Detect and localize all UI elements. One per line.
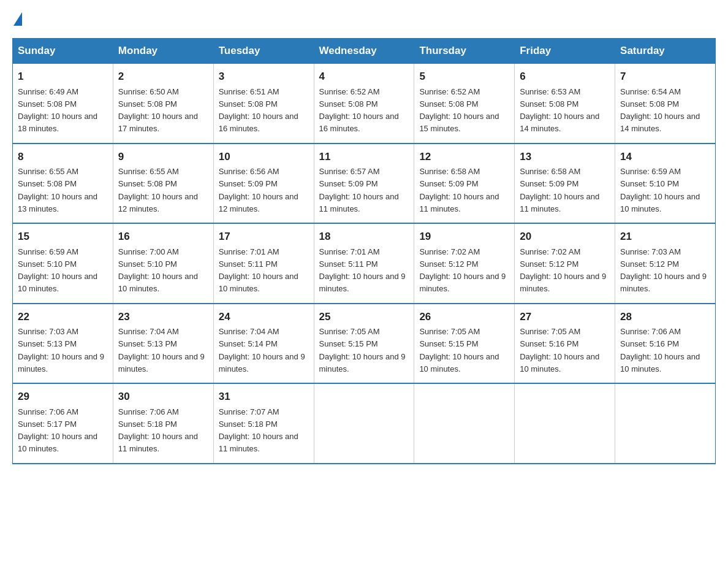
day-cell: 19Sunrise: 7:02 AMSunset: 5:12 PMDayligh… — [414, 223, 515, 304]
page-header — [12, 12, 716, 26]
day-info: Sunrise: 7:02 AMSunset: 5:12 PMDaylight:… — [520, 247, 606, 294]
day-info: Sunrise: 6:55 AMSunset: 5:08 PMDaylight:… — [18, 167, 97, 213]
day-info: Sunrise: 6:52 AMSunset: 5:08 PMDaylight:… — [419, 87, 499, 134]
day-cell: 7Sunrise: 6:54 AMSunset: 5:08 PMDaylight… — [615, 64, 716, 144]
day-number: 31 — [219, 389, 309, 405]
day-info: Sunrise: 7:05 AMSunset: 5:16 PMDaylight:… — [520, 327, 599, 373]
day-cell: 31Sunrise: 7:07 AMSunset: 5:18 PMDayligh… — [213, 383, 314, 464]
day-cell — [414, 383, 515, 464]
day-cell: 10Sunrise: 6:56 AMSunset: 5:09 PMDayligh… — [213, 144, 314, 224]
day-number: 3 — [219, 69, 309, 85]
day-cell: 15Sunrise: 6:59 AMSunset: 5:10 PMDayligh… — [13, 223, 113, 304]
day-info: Sunrise: 6:53 AMSunset: 5:08 PMDaylight:… — [520, 87, 599, 134]
day-number: 12 — [419, 149, 509, 165]
day-info: Sunrise: 6:51 AMSunset: 5:08 PMDaylight:… — [219, 87, 298, 134]
day-info: Sunrise: 6:50 AMSunset: 5:08 PMDaylight:… — [118, 87, 198, 134]
day-cell: 23Sunrise: 7:04 AMSunset: 5:13 PMDayligh… — [113, 304, 213, 384]
day-number: 1 — [18, 69, 108, 85]
day-number: 11 — [319, 149, 409, 165]
day-header-row: SundayMondayTuesdayWednesdayThursdayFrid… — [13, 39, 716, 64]
day-number: 15 — [18, 229, 108, 245]
day-info: Sunrise: 7:00 AMSunset: 5:10 PMDaylight:… — [118, 247, 198, 294]
day-info: Sunrise: 6:52 AMSunset: 5:08 PMDaylight:… — [319, 87, 399, 134]
day-number: 14 — [620, 149, 710, 165]
day-cell: 6Sunrise: 6:53 AMSunset: 5:08 PMDaylight… — [515, 64, 615, 144]
calendar-table: SundayMondayTuesdayWednesdayThursdayFrid… — [12, 38, 716, 464]
week-row-2: 8Sunrise: 6:55 AMSunset: 5:08 PMDaylight… — [13, 144, 716, 224]
header-friday: Friday — [515, 39, 615, 64]
day-info: Sunrise: 7:03 AMSunset: 5:12 PMDaylight:… — [620, 247, 707, 294]
day-info: Sunrise: 7:06 AMSunset: 5:17 PMDaylight:… — [18, 407, 97, 454]
day-info: Sunrise: 7:04 AMSunset: 5:14 PMDaylight:… — [219, 327, 305, 373]
day-number: 9 — [118, 149, 208, 165]
day-info: Sunrise: 6:58 AMSunset: 5:09 PMDaylight:… — [419, 167, 499, 213]
day-info: Sunrise: 6:58 AMSunset: 5:09 PMDaylight:… — [520, 167, 599, 213]
header-sunday: Sunday — [13, 39, 113, 64]
day-number: 19 — [419, 229, 509, 245]
week-row-1: 1Sunrise: 6:49 AMSunset: 5:08 PMDaylight… — [13, 64, 716, 144]
week-row-3: 15Sunrise: 6:59 AMSunset: 5:10 PMDayligh… — [13, 223, 716, 304]
day-cell: 3Sunrise: 6:51 AMSunset: 5:08 PMDaylight… — [213, 64, 314, 144]
day-cell: 4Sunrise: 6:52 AMSunset: 5:08 PMDaylight… — [314, 64, 414, 144]
day-number: 24 — [219, 309, 309, 325]
header-saturday: Saturday — [615, 39, 716, 64]
day-cell — [515, 383, 615, 464]
day-info: Sunrise: 6:59 AMSunset: 5:10 PMDaylight:… — [18, 247, 97, 294]
day-number: 20 — [520, 229, 610, 245]
day-number: 21 — [620, 229, 710, 245]
day-number: 26 — [419, 309, 509, 325]
day-number: 25 — [319, 309, 409, 325]
day-number: 8 — [18, 149, 108, 165]
day-cell: 20Sunrise: 7:02 AMSunset: 5:12 PMDayligh… — [515, 223, 615, 304]
day-number: 17 — [219, 229, 309, 245]
header-thursday: Thursday — [414, 39, 515, 64]
day-cell: 9Sunrise: 6:55 AMSunset: 5:08 PMDaylight… — [113, 144, 213, 224]
day-number: 7 — [620, 69, 710, 85]
day-number: 2 — [118, 69, 208, 85]
day-cell: 14Sunrise: 6:59 AMSunset: 5:10 PMDayligh… — [615, 144, 716, 224]
day-number: 4 — [319, 69, 409, 85]
day-info: Sunrise: 7:07 AMSunset: 5:18 PMDaylight:… — [219, 407, 298, 454]
day-cell: 29Sunrise: 7:06 AMSunset: 5:17 PMDayligh… — [13, 383, 113, 464]
day-info: Sunrise: 6:49 AMSunset: 5:08 PMDaylight:… — [18, 87, 97, 134]
day-number: 18 — [319, 229, 409, 245]
day-cell: 12Sunrise: 6:58 AMSunset: 5:09 PMDayligh… — [414, 144, 515, 224]
day-info: Sunrise: 6:54 AMSunset: 5:08 PMDaylight:… — [620, 87, 700, 134]
day-number: 22 — [18, 309, 108, 325]
day-number: 16 — [118, 229, 208, 245]
day-cell: 30Sunrise: 7:06 AMSunset: 5:18 PMDayligh… — [113, 383, 213, 464]
day-cell: 13Sunrise: 6:58 AMSunset: 5:09 PMDayligh… — [515, 144, 615, 224]
day-number: 5 — [419, 69, 509, 85]
logo — [12, 12, 22, 26]
day-cell: 17Sunrise: 7:01 AMSunset: 5:11 PMDayligh… — [213, 223, 314, 304]
day-info: Sunrise: 7:06 AMSunset: 5:18 PMDaylight:… — [118, 407, 198, 454]
day-cell: 5Sunrise: 6:52 AMSunset: 5:08 PMDaylight… — [414, 64, 515, 144]
day-info: Sunrise: 7:04 AMSunset: 5:13 PMDaylight:… — [118, 327, 205, 373]
day-number: 28 — [620, 309, 710, 325]
day-number: 13 — [520, 149, 610, 165]
day-cell: 16Sunrise: 7:00 AMSunset: 5:10 PMDayligh… — [113, 223, 213, 304]
day-info: Sunrise: 6:59 AMSunset: 5:10 PMDaylight:… — [620, 167, 700, 213]
day-info: Sunrise: 7:05 AMSunset: 5:15 PMDaylight:… — [319, 327, 406, 373]
day-info: Sunrise: 7:05 AMSunset: 5:15 PMDaylight:… — [419, 327, 499, 373]
day-cell: 22Sunrise: 7:03 AMSunset: 5:13 PMDayligh… — [13, 304, 113, 384]
day-info: Sunrise: 7:03 AMSunset: 5:13 PMDaylight:… — [18, 327, 104, 373]
day-number: 27 — [520, 309, 610, 325]
day-cell: 26Sunrise: 7:05 AMSunset: 5:15 PMDayligh… — [414, 304, 515, 384]
day-number: 23 — [118, 309, 208, 325]
day-cell: 1Sunrise: 6:49 AMSunset: 5:08 PMDaylight… — [13, 64, 113, 144]
week-row-5: 29Sunrise: 7:06 AMSunset: 5:17 PMDayligh… — [13, 383, 716, 464]
day-info: Sunrise: 7:06 AMSunset: 5:16 PMDaylight:… — [620, 327, 700, 373]
header-tuesday: Tuesday — [213, 39, 314, 64]
day-number: 29 — [18, 389, 108, 405]
day-number: 6 — [520, 69, 610, 85]
header-wednesday: Wednesday — [314, 39, 414, 64]
day-cell: 2Sunrise: 6:50 AMSunset: 5:08 PMDaylight… — [113, 64, 213, 144]
week-row-4: 22Sunrise: 7:03 AMSunset: 5:13 PMDayligh… — [13, 304, 716, 384]
header-monday: Monday — [113, 39, 213, 64]
day-info: Sunrise: 6:56 AMSunset: 5:09 PMDaylight:… — [219, 167, 298, 213]
logo-triangle-icon — [13, 12, 22, 26]
day-cell: 25Sunrise: 7:05 AMSunset: 5:15 PMDayligh… — [314, 304, 414, 384]
day-cell: 8Sunrise: 6:55 AMSunset: 5:08 PMDaylight… — [13, 144, 113, 224]
day-number: 30 — [118, 389, 208, 405]
